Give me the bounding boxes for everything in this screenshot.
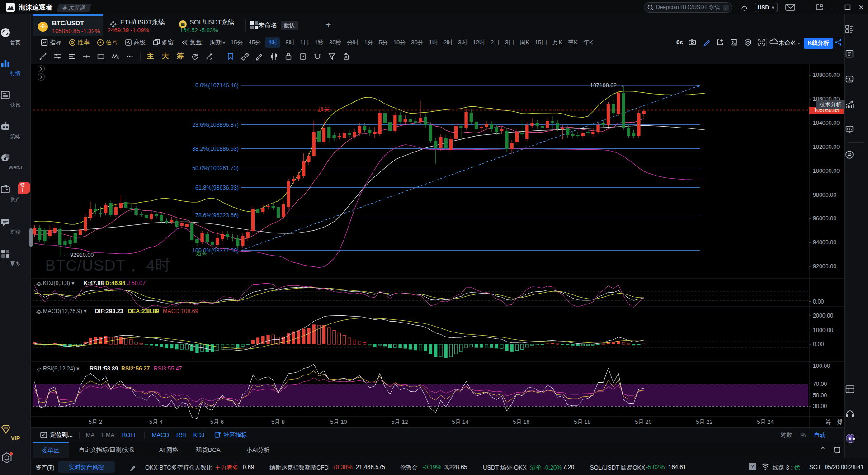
svg-text:5月 10: 5月 10 [330, 419, 347, 425]
svg-text:38.2%(101886.53): 38.2%(101886.53) [192, 146, 239, 152]
svg-text:104000.00: 104000.00 [813, 120, 840, 126]
svg-text:DIF:293.23: DIF:293.23 [95, 308, 123, 314]
svg-text:5月 4: 5月 4 [149, 419, 163, 425]
svg-text:0.00: 0.00 [813, 341, 824, 347]
svg-text:50.00: 50.00 [813, 392, 827, 399]
svg-text:2000.00: 2000.00 [813, 313, 833, 319]
svg-text:DEA:238.89: DEA:238.89 [128, 308, 159, 314]
svg-text:100000.00: 100000.00 [813, 168, 840, 174]
svg-text:5月 24: 5月 24 [757, 419, 774, 425]
svg-text:30.00: 30.00 [813, 403, 827, 409]
svg-text:超买: 超买 [318, 106, 330, 113]
svg-text:5月 16: 5月 16 [513, 419, 530, 425]
svg-text:94000.00: 94000.00 [813, 239, 836, 246]
svg-text:RSI(6,12,24) ▾: RSI(6,12,24) ▾ [43, 366, 80, 372]
svg-text:MACD(12,26,9) ▾: MACD(12,26,9) ▾ [43, 308, 87, 314]
svg-text:98000.00: 98000.00 [813, 192, 836, 198]
svg-text:108000.00: 108000.00 [813, 72, 840, 78]
svg-text:RSI2:56.27: RSI2:56.27 [121, 366, 150, 372]
svg-text:筹: 筹 [826, 419, 831, 425]
svg-text:5月 12: 5月 12 [392, 419, 408, 425]
svg-text:5月 14: 5月 14 [452, 419, 469, 425]
svg-text:78.6%(96323.66): 78.6%(96323.66) [195, 212, 239, 218]
svg-text:5月 18: 5月 18 [574, 419, 591, 425]
svg-text:100.00: 100.00 [813, 363, 830, 369]
svg-text:6o: 6o [117, 57, 119, 60]
svg-text:50.0%(100261.73): 50.0%(100261.73) [192, 165, 239, 171]
svg-text:0.0%(107146.46): 0.0%(107146.46) [195, 82, 239, 89]
svg-text:0.00: 0.00 [813, 299, 824, 305]
svg-text:D:46.94: D:46.94 [105, 280, 126, 286]
svg-text:KDJ(9,3,3) ▾: KDJ(9,3,3) ▾ [43, 280, 75, 286]
svg-text:100.0%(93377.00): 100.0%(93377.00) [192, 247, 239, 254]
svg-text:5月 22: 5月 22 [696, 419, 713, 425]
svg-text:RSI3:55.47: RSI3:55.47 [154, 366, 182, 372]
svg-text:RSI1:58.89: RSI1:58.89 [90, 366, 118, 372]
svg-text:爆: 爆 [837, 419, 843, 425]
svg-text:1000.00: 1000.00 [813, 327, 833, 333]
svg-text:J:50.07: J:50.07 [127, 280, 146, 286]
svg-text:5月 2: 5月 2 [89, 419, 102, 425]
svg-text:23.6%(103896.87): 23.6%(103896.87) [192, 122, 239, 128]
svg-text:102000.00: 102000.00 [813, 144, 840, 150]
svg-text:MACD:108.69: MACD:108.69 [163, 308, 198, 314]
svg-text:5月 6: 5月 6 [210, 419, 224, 425]
svg-text:BTC/USDT， 4时: BTC/USDT， 4时 [45, 256, 171, 274]
svg-text:$: $ [848, 77, 850, 82]
svg-text:96000.00: 96000.00 [813, 215, 836, 222]
svg-text:70.00: 70.00 [813, 381, 827, 387]
svg-text:107108.62 →: 107108.62 → [590, 82, 624, 89]
svg-text:K:47.98: K:47.98 [84, 280, 104, 286]
svg-text:5月 8: 5月 8 [271, 419, 285, 425]
svg-text:61.8%(98636.93): 61.8%(98636.93) [195, 185, 239, 191]
svg-text:5月 20: 5月 20 [635, 419, 652, 425]
svg-text:92000.00: 92000.00 [813, 263, 836, 270]
